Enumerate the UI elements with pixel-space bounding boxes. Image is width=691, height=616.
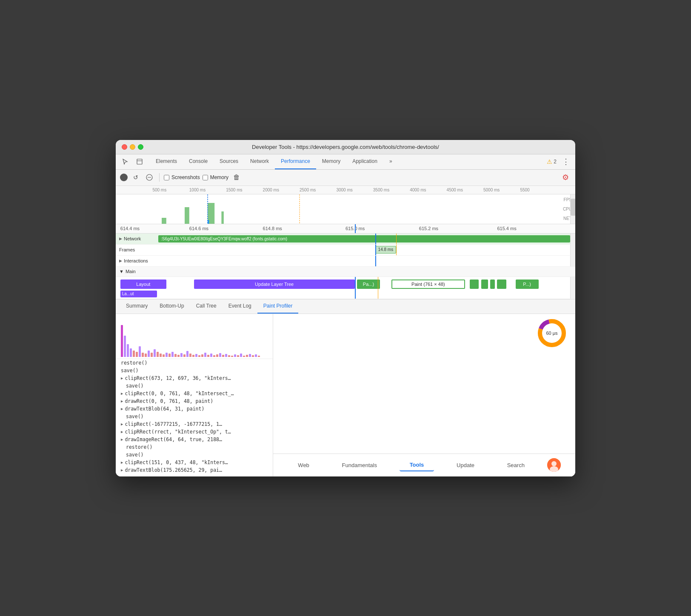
screenshots-checkbox-label[interactable]: Screenshots — [164, 174, 200, 180]
toolbar-separator-1 — [159, 173, 160, 182]
main-tasks-row: Layout Update Layer Tree Pa...) Paint (7… — [116, 277, 575, 299]
tab-call-tree[interactable]: Call Tree — [190, 299, 223, 314]
tab-memory[interactable]: Memory — [316, 154, 346, 169]
dock-icon[interactable] — [134, 156, 146, 168]
paint-cmd-cliprect-1[interactable]: ▶ clipRect(673, 12, 697, 36, "kInters… — [116, 374, 273, 382]
paint-cmd-restore-1[interactable]: restore() — [116, 359, 273, 367]
chart-bar-32 — [216, 354, 218, 357]
tab-more[interactable]: » — [383, 154, 398, 169]
warning-badge[interactable]: ⚠ 2 — [547, 158, 557, 165]
chart-bar-7 — [142, 353, 144, 357]
chart-bar-11 — [154, 349, 156, 357]
trash-button[interactable]: 🗑 — [231, 172, 242, 183]
tab-sources[interactable]: Sources — [214, 154, 244, 169]
chart-bar-17 — [171, 352, 174, 357]
paint-cmd-drawtextblob-2[interactable]: ▶ drawTextBlob(175.265625, 29, pai… — [116, 466, 273, 474]
tab-network[interactable]: Network — [244, 154, 275, 169]
paint-cmd-drawrect[interactable]: ▶ drawRect(0, 0, 761, 48, paint) — [116, 397, 273, 405]
scrollbar[interactable] — [570, 194, 575, 224]
reload-button[interactable]: ↺ — [130, 172, 141, 183]
track-scrollbar[interactable] — [570, 234, 575, 244]
bar-chart-area — [116, 317, 273, 359]
nav-tools[interactable]: Tools — [400, 459, 434, 471]
paint-commands-panel: restore() save() ▶ clipRect(673, 12, 697… — [116, 314, 273, 476]
timeline-cursor-line — [355, 224, 356, 233]
nav-fundamentals[interactable]: Fundamentals — [332, 459, 387, 471]
svg-rect-0 — [137, 159, 142, 164]
paint-cmd-cliprrect[interactable]: ▶ clipRRect(rrect, "kIntersect_Op", t… — [116, 428, 273, 436]
chart-bar-41 — [243, 356, 245, 357]
scrollbar-thumb[interactable] — [571, 199, 575, 216]
user-avatar[interactable] — [547, 458, 561, 472]
paint-cmd-save-1[interactable]: save() — [116, 367, 273, 374]
tab-bar-icons — [119, 156, 146, 168]
blue-cursor-interactions — [375, 256, 376, 266]
chart-bar-19 — [177, 355, 180, 357]
fps-chart: 500 ms 1000 ms 1500 ms 2000 ms 2500 ms 3… — [116, 186, 575, 224]
chart-bar-13 — [160, 354, 162, 357]
chart-bar-44 — [252, 355, 254, 357]
paint-cmd-drawtextblob-1[interactable]: ▶ drawTextBlob(64, 31, paint) — [116, 405, 273, 413]
interactions-scrollbar[interactable] — [570, 256, 575, 266]
traffic-lights — [122, 144, 143, 150]
ruler-mark-3500: 3500 ms — [373, 188, 389, 192]
paint-cmd-save-4[interactable]: save() — [116, 451, 273, 459]
ruler-mark-4000: 4000 ms — [410, 188, 426, 192]
nav-web[interactable]: Web — [288, 459, 320, 471]
record-button[interactable] — [120, 174, 128, 181]
minimize-button[interactable] — [130, 144, 135, 150]
paint-cmd-cliprect-2[interactable]: ▶ clipRect(0, 0, 761, 48, "kIntersect_… — [116, 390, 273, 397]
paint-cmd-cliprect-4[interactable]: ▶ clipRect(151, 0, 437, 48, "kInters… — [116, 459, 273, 466]
close-button[interactable] — [122, 144, 127, 150]
paint-cmd-cliprect-3[interactable]: ▶ clipRect(-16777215, -16777215, 1… — [116, 420, 273, 428]
paint-cmd-drawimagerect[interactable]: ▶ drawImageRect(64, 64, true, 2188… — [116, 436, 273, 443]
fps-chart-area: FPS CPU NET — [116, 194, 575, 224]
task-green-1 — [470, 279, 479, 289]
bottom-tabs: Summary Bottom-Up Call Tree Event Log Pa… — [116, 299, 575, 314]
orange-cursor-network — [396, 234, 397, 244]
warning-icon: ⚠ — [547, 158, 552, 165]
more-options-icon[interactable]: ⋮ — [560, 156, 572, 168]
tab-bottom-up[interactable]: Bottom-Up — [154, 299, 190, 314]
chart-bar-40 — [240, 354, 242, 357]
main-section-header: ▼ Main — [116, 267, 575, 277]
main-scrollbar[interactable] — [570, 277, 575, 299]
tab-console[interactable]: Console — [183, 154, 214, 169]
paint-cmd-cliprect-4-text: clipRect(151, 0, 437, 48, "kInters… — [125, 459, 228, 465]
track-frames-label: Frames — [116, 247, 158, 252]
settings-button[interactable]: ⚙ — [560, 172, 571, 183]
detail-mark-614.8: 614.8 ms — [263, 226, 282, 231]
screenshots-checkbox[interactable] — [164, 175, 169, 180]
chart-bar-20 — [180, 353, 183, 357]
chart-bar-25 — [195, 354, 197, 357]
toolbar: ↺ Screenshots Memory 🗑 ⚙ — [116, 170, 575, 186]
tab-summary[interactable]: Summary — [120, 299, 154, 314]
paint-cmd-restore-2[interactable]: restore() — [116, 443, 273, 451]
maximize-button[interactable] — [138, 144, 143, 150]
chart-bar-21 — [183, 354, 186, 357]
frames-scrollbar[interactable] — [570, 245, 575, 255]
warning-count: 2 — [554, 159, 557, 165]
memory-checkbox[interactable] — [203, 175, 208, 180]
network-bar: :S6g4U3t-Y5UEw0IE80IIgEseQY3FEmqw.woff2 … — [158, 235, 570, 242]
tab-performance[interactable]: Performance — [275, 154, 316, 169]
cursor-icon[interactable] — [119, 156, 131, 168]
chart-bar-26 — [198, 355, 200, 357]
clear-button[interactable] — [144, 172, 155, 183]
tab-event-log[interactable]: Event Log — [223, 299, 257, 314]
nav-search[interactable]: Search — [497, 459, 535, 471]
chart-bar-4 — [133, 351, 135, 357]
nav-update[interactable]: Update — [446, 459, 485, 471]
chart-bar-38 — [234, 354, 236, 357]
tab-elements[interactable]: Elements — [150, 154, 183, 169]
chart-bar-34 — [222, 355, 224, 357]
paint-cmd-save-2[interactable]: save() — [116, 382, 273, 390]
memory-checkbox-label[interactable]: Memory — [203, 174, 228, 180]
main-collapse-arrow[interactable]: ▼ — [119, 269, 124, 274]
tab-bar: Elements Console Sources Network Perform… — [116, 154, 575, 170]
tab-paint-profiler[interactable]: Paint Profiler — [257, 299, 299, 314]
tab-application[interactable]: Application — [346, 154, 383, 169]
paint-profiler-content: restore() save() ▶ clipRect(673, 12, 697… — [116, 314, 575, 476]
paint-cmd-save-3[interactable]: save() — [116, 413, 273, 420]
chart-bar-15 — [166, 353, 168, 357]
